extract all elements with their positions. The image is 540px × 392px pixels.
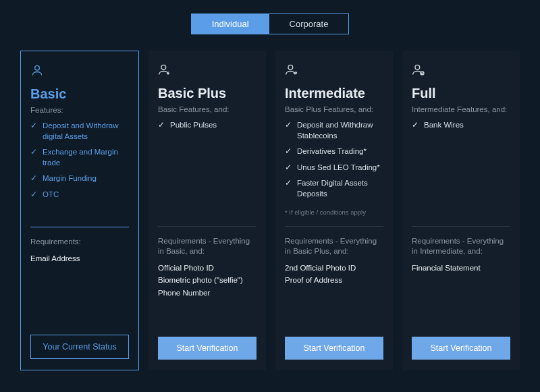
check-icon: ✓ [30,121,37,132]
divider [285,226,383,227]
check-icon: ✓ [285,120,292,131]
feature-list: ✓Deposit and Withdraw digital Assets ✓Ex… [30,121,129,205]
divider [30,227,129,227]
tier-full: Full Intermediate Features, and: ✓Bank W… [402,51,520,370]
feature-item: Margin Funding [43,174,97,182]
requirement-item: Proof of Address [285,275,383,286]
requirement-item: Phone Number [158,288,256,299]
svg-point-0 [35,65,40,70]
tier-title: Basic [30,86,129,102]
requirements-title: Requirements - Everything in Intermediat… [412,236,510,256]
requirements-title: Requirements - Everything in Basic Plus,… [285,236,383,256]
tier-intermediate: Intermediate Basic Plus Features, and: ✓… [275,51,393,370]
check-icon: ✓ [285,163,292,173]
tier-subtitle: Intermediate Features, and: [412,105,510,113]
feature-item: Unus Sed LEO Trading* [297,163,380,171]
tier-title: Intermediate [285,86,383,101]
footnote: * If eligible / conditions apply [285,208,383,216]
check-icon: ✓ [30,147,37,158]
requirement-item: 2nd Official Photo ID [285,263,383,274]
current-status-button[interactable]: Your Current Status [30,335,129,359]
user-icon [30,63,129,80]
user-arrow-icon [285,63,383,79]
user-plus-icon [158,63,256,79]
feature-list: ✓Bank Wires [412,120,510,136]
check-icon: ✓ [30,173,37,184]
start-verification-button[interactable]: Start Verification [158,337,256,360]
requirements-list: Official Photo ID Biometric photo ("self… [158,263,256,301]
check-icon: ✓ [30,190,37,200]
svg-point-3 [415,65,420,69]
account-type-tabs: Individual Corporate [20,13,520,34]
check-icon: ✓ [285,178,292,189]
feature-list: ✓Deposit and Withdraw Stablecoins ✓Deriv… [285,120,383,204]
tier-subtitle: Basic Plus Features, and: [285,105,383,113]
feature-item: Faster Digital Assets Deposits [297,179,368,198]
tier-basic-plus: Basic Plus Basic Features, and: ✓Public … [148,51,266,370]
tier-subtitle: Features: [30,106,129,114]
feature-item: Bank Wires [424,121,464,129]
requirement-item: Email Address [30,254,129,264]
svg-point-2 [288,65,293,69]
tab-individual[interactable]: Individual [192,14,269,34]
tier-basic: Basic Features: ✓Deposit and Withdraw di… [20,51,139,370]
check-icon: ✓ [412,120,418,131]
requirement-item: Biometric photo ("selfie") [158,275,256,286]
svg-point-1 [161,65,166,69]
feature-item: Exchange and Margin trade [43,148,118,167]
check-icon: ✓ [285,146,292,157]
divider [412,226,510,227]
start-verification-button[interactable]: Start Verification [412,337,510,360]
tab-corporate[interactable]: Corporate [269,14,349,34]
tier-subtitle: Basic Features, and: [158,105,256,113]
requirements-list: Financial Statement [412,263,510,276]
requirements-title: Requirements: [30,237,129,247]
feature-item: Derivatives Trading* [297,147,367,155]
start-verification-button[interactable]: Start Verification [285,337,383,360]
feature-item: OTC [43,190,59,198]
user-check-icon [412,63,510,79]
tier-cards: Basic Features: ✓Deposit and Withdraw di… [20,51,520,370]
tier-title: Full [412,86,510,101]
feature-list: ✓Public Pulses [158,120,256,136]
requirement-item: Financial Statement [412,263,510,274]
check-icon: ✓ [158,120,165,131]
divider [158,226,256,227]
requirements-title: Requirements - Everything in Basic, and: [158,236,256,256]
feature-item: Deposit and Withdraw digital Assets [43,121,119,140]
requirements-list: 2nd Official Photo ID Proof of Address [285,263,383,288]
requirements-list: Email Address [30,254,129,267]
tier-title: Basic Plus [158,86,256,101]
feature-item: Deposit and Withdraw Stablecoins [297,121,373,140]
requirement-item: Official Photo ID [158,263,256,274]
feature-item: Public Pulses [170,121,217,129]
